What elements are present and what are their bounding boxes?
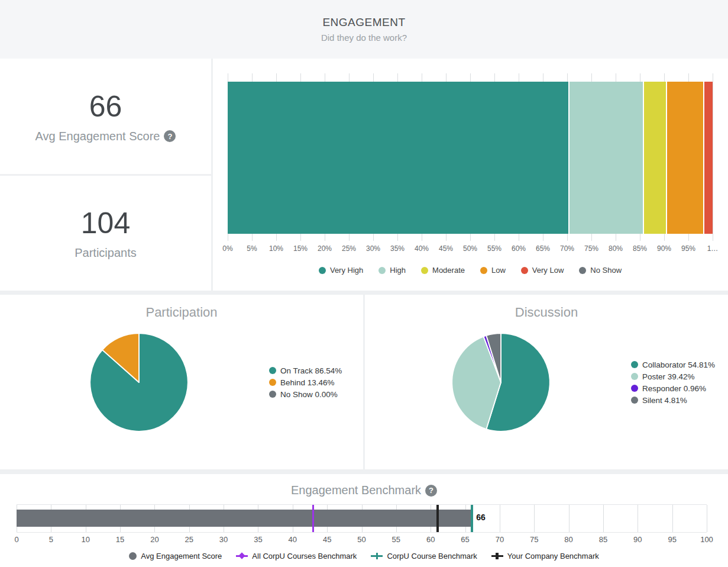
axis-tick-label: 10 <box>81 535 89 544</box>
legend-item-your-company-benchmark[interactable]: Your Company Benchmark <box>491 552 599 560</box>
legend-item-poster[interactable]: Poster 39.42% <box>631 372 715 381</box>
benchmark-x-axis: 0510152025303540455055606570758085909510… <box>17 535 707 545</box>
legend-dot-icon <box>319 267 326 274</box>
axis-tick-label: 0 <box>14 535 18 544</box>
legend-dot-icon <box>631 361 638 368</box>
legend-dot-icon <box>631 385 638 392</box>
legend-item-responder[interactable]: Responder 0.96% <box>631 384 715 393</box>
legend-item-very-high[interactable]: Very High <box>319 266 363 275</box>
axis-tick-label: 15 <box>116 535 124 544</box>
axis-tick-label: 85% <box>633 244 647 253</box>
benchmark-title: Engagement Benchmark ? <box>0 484 728 497</box>
axis-tick-label: 55 <box>392 535 400 544</box>
legend-label: Very High <box>330 266 363 275</box>
axis-tick-label: 40 <box>289 535 297 544</box>
discussion-legend: Collaborator 54.81%Poster 39.42%Responde… <box>631 360 715 405</box>
axis-tick-label: 75% <box>584 244 598 253</box>
legend-label: Poster 39.42% <box>642 372 695 381</box>
axis-tick-label: 50 <box>357 535 365 544</box>
axis-tick-label: 65% <box>536 244 550 253</box>
legend-item-silent[interactable]: Silent 4.81% <box>631 396 715 405</box>
axis-tick-label: 100 <box>700 535 713 544</box>
avg-engagement-score-card: 66 Avg Engagement Score ? <box>0 59 211 174</box>
legend-item-behind[interactable]: Behind 13.46% <box>269 378 342 387</box>
avg-engagement-score-label: Avg Engagement Score ? <box>35 130 176 143</box>
legend-label: No Show <box>590 266 622 275</box>
legend-label: Avg Engagement Score <box>141 552 222 560</box>
benchmark-marker-all-corpu-courses-benchmark[interactable] <box>312 505 314 532</box>
legend-item-all-corpu-courses-benchmark[interactable]: All CorpU Courses Benchmark <box>236 552 357 560</box>
bar-segment-very-low[interactable] <box>703 82 713 234</box>
axis-tick-label: 80 <box>564 535 572 544</box>
gridline <box>672 505 673 532</box>
axis-tick-label: 55% <box>487 244 501 253</box>
bar-segment-low[interactable] <box>666 82 703 234</box>
legend-item-collaborator[interactable]: Collaborator 54.81% <box>631 360 715 369</box>
legend-item-high[interactable]: High <box>378 266 406 275</box>
axis-tick-label: 25 <box>185 535 193 544</box>
legend-dot-icon <box>521 267 528 274</box>
axis-tick-label: 30% <box>366 244 380 253</box>
legend-item-low[interactable]: Low <box>480 266 506 275</box>
axis-tick-label: 70 <box>496 535 504 544</box>
benchmark-marker-your-company-benchmark[interactable] <box>436 505 439 532</box>
axis-tick-label: 5% <box>247 244 257 253</box>
participants-card: 104 Participants <box>0 176 211 291</box>
legend-item-moderate[interactable]: Moderate <box>421 266 465 275</box>
legend-label: Behind 13.46% <box>280 378 335 387</box>
legend-label: Responder 0.96% <box>642 384 706 393</box>
legend-dot-icon <box>480 267 487 274</box>
discussion-title: Discussion <box>365 305 728 320</box>
legend-item-very-low[interactable]: Very Low <box>521 266 564 275</box>
axis-tick-label: 45% <box>439 244 453 253</box>
axis-tick-label: 90% <box>657 244 671 253</box>
legend-label: Your Company Benchmark <box>507 552 599 560</box>
gridline <box>707 505 707 532</box>
participation-title: Participation <box>0 305 363 320</box>
benchmark-value-label: 66 <box>476 513 486 522</box>
axis-tick-label: 35 <box>254 535 262 544</box>
legend-item-on-track[interactable]: On Track 86.54% <box>269 366 342 375</box>
legend-item-corpu-course-benchmark[interactable]: CorpU Course Benchmark <box>371 552 477 560</box>
axis-tick-label: 40% <box>415 244 429 253</box>
axis-tick-label: 10% <box>269 244 283 253</box>
gridline <box>534 505 535 532</box>
axis-tick-label: 70% <box>560 244 574 253</box>
bar-segment-moderate[interactable] <box>643 82 666 234</box>
legend-item-avg-engagement-score[interactable]: Avg Engagement Score <box>129 552 222 560</box>
axis-tick-label: 60 <box>426 535 435 544</box>
distribution-plot-area <box>228 73 713 241</box>
legend-item-no-show[interactable]: No Show 0.00% <box>269 390 342 399</box>
distribution-legend: Very HighHighModerateLowVery LowNo Show <box>228 266 713 275</box>
bar-segment-high[interactable] <box>568 82 643 234</box>
discussion-pie <box>446 328 555 437</box>
stacked-bar <box>228 82 713 234</box>
engagement-distribution-chart: 0%5%10%15%20%25%30%35%40%45%50%55%60%65%… <box>213 59 728 291</box>
legend-dot-icon <box>129 552 137 560</box>
benchmark-bar-avg-engagement-score[interactable] <box>17 510 472 527</box>
page-title: ENGAGEMENT <box>322 16 405 29</box>
legend-label: Very Low <box>532 266 564 275</box>
bar-segment-very-high[interactable] <box>228 82 568 234</box>
gridline <box>500 505 500 532</box>
axis-tick-label: 0% <box>222 244 232 253</box>
axis-tick-label: 75 <box>530 535 538 544</box>
legend-label: Low <box>491 266 506 275</box>
help-icon[interactable]: ? <box>164 130 176 142</box>
benchmark-plot-area: 66 <box>17 504 707 533</box>
legend-label: No Show 0.00% <box>280 390 338 399</box>
legend-dot-icon <box>378 267 386 274</box>
axis-tick-label: 95 <box>668 535 676 544</box>
axis-tick-label: 30 <box>219 535 228 544</box>
benchmark-marker-corpu-course-benchmark[interactable] <box>471 505 473 532</box>
axis-tick-label: 20% <box>318 244 332 253</box>
legend-diamond-line-icon <box>236 552 248 560</box>
axis-tick-label: 25% <box>342 244 356 253</box>
axis-tick-label: 85 <box>599 535 607 544</box>
legend-dot-icon <box>579 267 586 274</box>
help-icon[interactable]: ? <box>425 485 437 497</box>
axis-tick-label: 60% <box>512 244 526 253</box>
legend-item-no-show[interactable]: No Show <box>579 266 622 275</box>
legend-dot-icon <box>421 267 428 274</box>
distribution-x-axis: 0%5%10%15%20%25%30%35%40%45%50%55%60%65%… <box>228 244 713 254</box>
